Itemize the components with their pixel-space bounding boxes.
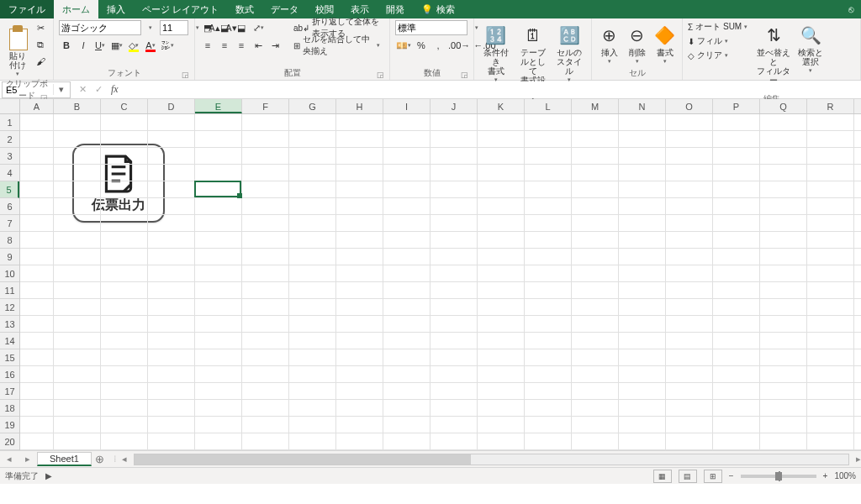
row-header[interactable]: 5 [0, 181, 19, 198]
tab-insert[interactable]: 挿入 [98, 0, 134, 18]
column-header[interactable]: L [525, 99, 572, 113]
font-color-button[interactable]: A▾ [143, 38, 158, 53]
font-dialog-launcher[interactable]: ◲ [182, 71, 189, 79]
column-header[interactable]: I [383, 99, 430, 113]
view-page-break-button[interactable]: ⊞ [704, 470, 722, 483]
zoom-level[interactable]: 100% [834, 471, 856, 480]
align-left-button[interactable]: ≡ [200, 38, 215, 53]
zoom-out-button[interactable]: − [729, 471, 734, 480]
name-box-dropdown[interactable]: ▾ [53, 84, 68, 95]
tab-data[interactable]: データ [262, 0, 307, 18]
tab-home[interactable]: ホーム [54, 0, 98, 18]
clear-button[interactable]: ◇クリア▾ [688, 49, 753, 62]
align-right-button[interactable]: ≡ [234, 38, 249, 53]
hscroll-right[interactable]: ▸ [856, 454, 861, 465]
sheet-nav-next[interactable]: ▸ [25, 454, 30, 465]
share-icon[interactable]: ⎋ [848, 4, 861, 14]
hscroll-left[interactable]: ◂ [122, 454, 127, 465]
row-header[interactable]: 1 [0, 114, 19, 131]
column-header[interactable]: K [478, 99, 525, 113]
row-header[interactable]: 19 [0, 417, 19, 433]
cut-button[interactable]: ✂ [33, 20, 48, 35]
row-header[interactable]: 7 [0, 215, 19, 232]
align-bottom-button[interactable]: ⬓ [234, 20, 249, 35]
column-header[interactable]: J [430, 99, 478, 113]
view-page-layout-button[interactable]: ▤ [679, 470, 697, 483]
insert-cells-button[interactable]: ⊕挿入▾ [597, 20, 621, 65]
merge-center-button[interactable]: ⊞セルを結合して中央揃え▾ [289, 38, 384, 53]
column-header[interactable]: N [619, 99, 666, 113]
column-header[interactable]: Q [760, 99, 807, 113]
alignment-dialog-launcher[interactable]: ◲ [377, 71, 384, 79]
row-header[interactable]: 3 [0, 148, 19, 165]
row-header[interactable]: 12 [0, 299, 19, 316]
tab-developer[interactable]: 開発 [378, 0, 413, 18]
format-painter-button[interactable]: 🖌 [33, 54, 48, 69]
column-header[interactable]: D [148, 99, 195, 113]
fill-color-button[interactable]: ◇▾ [126, 38, 141, 53]
column-header[interactable]: F [242, 99, 289, 113]
number-format-select[interactable] [395, 20, 467, 35]
horizontal-scrollbar[interactable] [134, 454, 849, 465]
phonetic-button[interactable]: ㍇▾ [160, 38, 175, 53]
italic-button[interactable]: I [76, 38, 91, 53]
font-name-select[interactable] [59, 20, 141, 35]
paste-button[interactable]: 貼り付け ▾ [5, 20, 29, 77]
new-sheet-button[interactable]: ⊕ [92, 453, 108, 465]
accounting-format-button[interactable]: 💴▾ [395, 38, 412, 53]
column-header[interactable]: O [666, 99, 713, 113]
row-header[interactable]: 18 [0, 400, 19, 417]
row-header[interactable]: 17 [0, 383, 19, 400]
conditional-format-button[interactable]: 🔢条件付き 書式▾ [479, 20, 513, 83]
sheet-nav-prev[interactable]: ◂ [7, 454, 12, 465]
font-name-dropdown[interactable]: ▾ [143, 20, 158, 35]
row-header[interactable]: 13 [0, 316, 19, 333]
percent-button[interactable]: % [414, 38, 429, 53]
tab-file[interactable]: ファイル [0, 0, 54, 18]
row-header[interactable]: 9 [0, 249, 19, 265]
fill-button[interactable]: ⬇フィル▾ [688, 34, 753, 48]
format-cells-button[interactable]: 🔶書式▾ [652, 20, 677, 65]
active-cell[interactable] [194, 181, 241, 197]
increase-indent-button[interactable]: ⇥ [267, 38, 283, 53]
column-header[interactable]: M [572, 99, 619, 113]
worksheet-grid[interactable]: ABCDEFGHIJKLMNOPQR 123456789101112131415… [0, 99, 861, 450]
orientation-button[interactable]: ⤢▾ [251, 20, 266, 35]
autosum-button[interactable]: Σオート SUM▾ [688, 20, 753, 34]
column-header[interactable]: G [289, 99, 336, 113]
tab-formulas[interactable]: 数式 [227, 0, 262, 18]
row-header[interactable]: 8 [0, 232, 19, 249]
tell-me[interactable]: 💡検索 [413, 0, 463, 18]
row-header[interactable]: 14 [0, 333, 19, 349]
align-top-button[interactable]: ⬒ [200, 20, 215, 35]
bold-button[interactable]: B [59, 38, 74, 53]
copy-button[interactable]: ⧉ [33, 37, 48, 52]
align-middle-button[interactable]: ⬓ [217, 20, 232, 35]
column-header[interactable]: B [54, 99, 101, 113]
delete-cells-button[interactable]: ⊖削除▾ [625, 20, 649, 65]
decrease-indent-button[interactable]: ⇤ [251, 38, 266, 53]
row-header[interactable]: 15 [0, 349, 19, 366]
row-header[interactable]: 20 [0, 433, 19, 450]
cell-styles-button[interactable]: 🔠セルの スタイル▾ [552, 20, 586, 83]
row-header[interactable]: 16 [0, 366, 19, 383]
number-dialog-launcher[interactable]: ◲ [461, 71, 468, 79]
row-header[interactable]: 11 [0, 282, 19, 299]
zoom-slider[interactable] [741, 475, 816, 478]
cancel-formula-button[interactable]: ✕ [79, 84, 87, 95]
comma-button[interactable]: , [430, 38, 446, 53]
column-header[interactable]: A [20, 99, 54, 113]
font-size-select[interactable] [160, 20, 188, 35]
column-header[interactable]: E [195, 99, 242, 113]
view-normal-button[interactable]: ▦ [653, 470, 672, 483]
enter-formula-button[interactable]: ✓ [95, 84, 103, 95]
tab-page-layout[interactable]: ページ レイアウト [134, 0, 227, 18]
align-center-button[interactable]: ≡ [217, 38, 232, 53]
border-button[interactable]: ▦▾ [109, 38, 124, 53]
row-header[interactable]: 4 [0, 165, 19, 181]
macro-button-denpyo[interactable]: 伝票出力 [72, 144, 165, 223]
fx-icon[interactable]: fx [111, 83, 119, 96]
column-header[interactable]: C [101, 99, 148, 113]
find-select-button[interactable]: 🔍検索と 選択▾ [794, 20, 827, 74]
column-header[interactable]: P [713, 99, 760, 113]
